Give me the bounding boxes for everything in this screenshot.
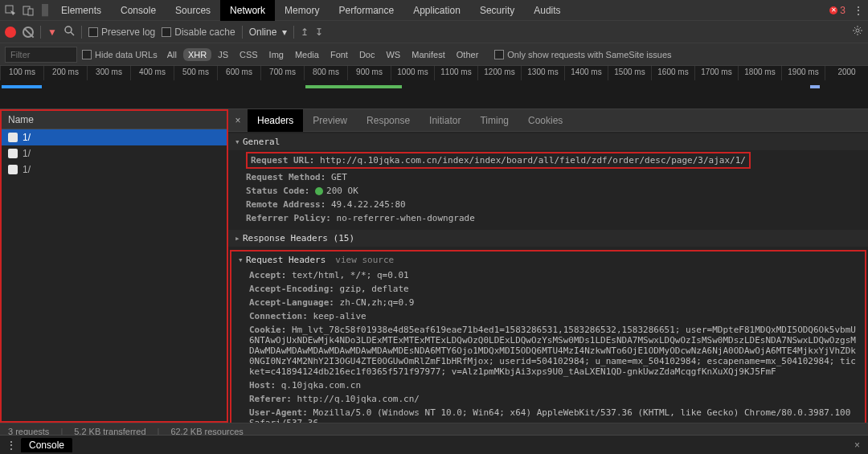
timeline-tick: 900 ms	[347, 66, 391, 80]
request-detail: × HeadersPreviewResponseInitiatorTimingC…	[228, 109, 868, 423]
timeline-tick: 100 ms	[0, 66, 43, 80]
request-url-value: http://q.10jqka.com.cn/index/index/board…	[320, 155, 746, 166]
timeline-tick: 2000	[825, 66, 868, 80]
preserve-log-checkbox[interactable]: Preserve log	[88, 27, 155, 38]
inspect-icon[interactable]	[3, 3, 18, 18]
detail-tab-headers[interactable]: Headers	[248, 109, 303, 132]
drawer-menu-icon[interactable]: ⋮	[5, 439, 18, 452]
console-drawer: ⋮ Console ×	[0, 435, 868, 454]
close-detail-icon[interactable]: ×	[228, 115, 248, 126]
timeline-tick: 1700 ms	[694, 66, 738, 80]
timeline-tick: 1200 ms	[477, 66, 521, 80]
settings-gear-icon[interactable]	[852, 25, 863, 39]
filter-type-ws[interactable]: WS	[381, 48, 405, 61]
remote-address-value: 49.4.22.245:80	[331, 199, 406, 210]
filter-type-other[interactable]: Other	[452, 48, 484, 61]
svg-point-3	[65, 27, 72, 33]
clear-button[interactable]	[23, 27, 34, 38]
devtools-tabbar: ElementsConsoleSourcesNetworkMemoryPerfo…	[0, 0, 868, 21]
filter-bar: Hide data URLs AllXHRJSCSSImgMediaFontDo…	[0, 43, 868, 66]
filter-type-xhr[interactable]: XHR	[183, 48, 211, 61]
timeline-tick: 1000 ms	[391, 66, 434, 80]
tab-application[interactable]: Application	[403, 0, 470, 21]
filter-toggle-icon[interactable]: ▼	[47, 27, 57, 38]
request-list-header[interactable]: Name	[2, 111, 227, 129]
timeline-tick: 500 ms	[174, 66, 217, 80]
network-main: Name 1/1/1/ × HeadersPreviewResponseInit…	[0, 109, 868, 423]
timeline-tick: 1800 ms	[738, 66, 781, 80]
console-tab[interactable]: Console	[21, 438, 72, 452]
timeline-tick: 1300 ms	[521, 66, 564, 80]
detail-tab-initiator[interactable]: Initiator	[420, 109, 470, 132]
section-general-toggle[interactable]: ▾General	[228, 133, 868, 150]
filter-type-manifest[interactable]: Manifest	[407, 48, 450, 61]
tab-network[interactable]: Network	[220, 0, 275, 21]
referrer-policy-value: no-referrer-when-downgrade	[337, 213, 475, 223]
tab-security[interactable]: Security	[470, 0, 524, 21]
timeline-tick: 800 ms	[304, 66, 347, 80]
view-source-link[interactable]: view source	[335, 255, 394, 265]
filter-type-css[interactable]: CSS	[235, 48, 263, 61]
network-toolbar: ▼ Preserve log Disable cache Online ▾ ↥ …	[0, 21, 868, 43]
timeline-tick: 200 ms	[43, 66, 87, 80]
tab-memory[interactable]: Memory	[275, 0, 329, 21]
tab-console[interactable]: Console	[111, 0, 166, 21]
error-dot-icon: ✕	[829, 6, 837, 14]
timeline-tick: 1900 ms	[781, 66, 825, 80]
more-menu-icon[interactable]: ⋮	[852, 4, 865, 17]
error-count-badge[interactable]: ✕ 3	[829, 5, 845, 16]
filter-type-img[interactable]: Img	[264, 48, 289, 61]
section-request-headers-toggle[interactable]: ▾Request Headersview source	[231, 252, 865, 268]
timeline-overview[interactable]: 100 ms200 ms300 ms400 ms500 ms600 ms700 …	[0, 66, 868, 109]
device-toggle-icon[interactable]	[21, 3, 35, 18]
request-row[interactable]: 1/	[2, 129, 227, 145]
disable-cache-checkbox[interactable]: Disable cache	[162, 27, 235, 38]
download-har-icon[interactable]: ↧	[315, 27, 323, 38]
tab-sources[interactable]: Sources	[166, 0, 220, 21]
upload-har-icon[interactable]: ↥	[301, 27, 309, 38]
status-code-value: 200 OK	[326, 186, 358, 196]
detail-tab-preview[interactable]: Preview	[303, 109, 357, 132]
filter-type-all[interactable]: All	[162, 48, 182, 61]
section-response-headers-toggle[interactable]: ▸Response Headers (15)	[228, 230, 868, 247]
svg-line-4	[71, 32, 74, 35]
timeline-tick: 1500 ms	[608, 66, 651, 80]
detail-tab-response[interactable]: Response	[357, 109, 420, 132]
detail-tab-cookies[interactable]: Cookies	[518, 109, 572, 132]
tab-elements[interactable]: Elements	[51, 0, 111, 21]
close-drawer-icon[interactable]: ×	[854, 440, 860, 451]
timeline-tick: 1600 ms	[651, 66, 694, 80]
detail-tabs: × HeadersPreviewResponseInitiatorTimingC…	[228, 109, 868, 132]
request-list: Name 1/1/1/	[0, 109, 228, 423]
tab-audits[interactable]: Audits	[524, 0, 570, 21]
svg-rect-2	[28, 9, 33, 15]
timeline-tick: 600 ms	[217, 66, 260, 80]
filter-input[interactable]	[5, 47, 77, 63]
timeline-tick: 1400 ms	[564, 66, 608, 80]
timeline-tick: 300 ms	[87, 66, 130, 80]
filter-type-doc[interactable]: Doc	[354, 48, 380, 61]
timeline-tick: 1100 ms	[434, 66, 477, 80]
request-row[interactable]: 1/	[2, 162, 227, 178]
hide-data-urls-checkbox[interactable]: Hide data URLs	[82, 50, 158, 59]
filter-type-js[interactable]: JS	[213, 48, 233, 61]
favicon-icon	[8, 165, 18, 174]
request-row[interactable]: 1/	[2, 145, 227, 162]
request-method-value: GET	[331, 172, 347, 182]
filter-type-media[interactable]: Media	[290, 48, 324, 61]
svg-point-5	[856, 29, 859, 32]
timeline-tick: 400 ms	[130, 66, 174, 80]
filter-type-font[interactable]: Font	[326, 48, 353, 61]
samesite-checkbox[interactable]: Only show requests with SameSite issues	[494, 50, 671, 59]
error-count: 3	[840, 5, 845, 16]
favicon-icon	[8, 149, 18, 158]
timeline-tick: 700 ms	[260, 66, 304, 80]
search-icon[interactable]	[63, 25, 75, 39]
status-ok-icon	[315, 187, 323, 195]
tab-performance[interactable]: Performance	[329, 0, 403, 21]
favicon-icon	[8, 133, 18, 142]
cookie-header-value: Hm_lvt_78c58f01938e4d85eaf619eae71b4ed1=…	[249, 325, 856, 377]
record-button[interactable]	[5, 27, 16, 38]
throttle-select[interactable]: Online ▾	[249, 27, 287, 38]
detail-tab-timing[interactable]: Timing	[470, 109, 518, 132]
